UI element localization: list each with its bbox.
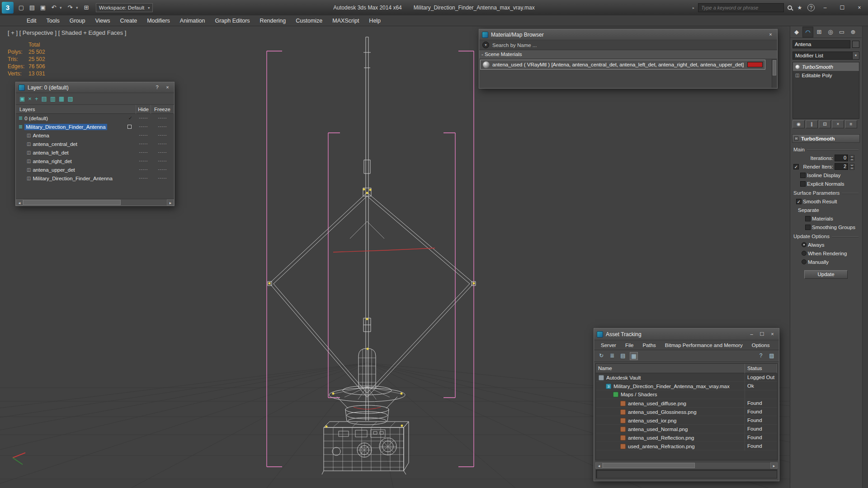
asset-row[interactable]: Maps / Shaders — [596, 390, 777, 399]
layer-row-selected[interactable]: ≣ Military_Direction_Finder_Antenna ----… — [16, 122, 174, 131]
remove-modifier-button[interactable]: × — [832, 120, 844, 128]
menu-modifiers[interactable]: Modifiers — [142, 15, 175, 26]
scene-materials-header[interactable]: - Scene Materials — [479, 50, 777, 59]
search-icon[interactable] — [788, 5, 792, 10]
favorites-star-icon[interactable]: ★ — [796, 5, 804, 11]
object-row[interactable]: ◫ antena_left_det ----- ----- — [16, 148, 174, 157]
object-row[interactable]: ◫ antena_right_det ----- ----- — [16, 157, 174, 165]
asset-minimize-button[interactable]: – — [748, 331, 755, 338]
tab-motion[interactable]: ◎ — [825, 27, 836, 38]
tab-utilities[interactable]: ⊕ — [848, 27, 859, 38]
menu-group[interactable]: Group — [65, 15, 90, 26]
smoothing-groups-checkbox[interactable] — [805, 225, 811, 230]
hide-toggle[interactable]: ----- — [136, 157, 151, 165]
asset-help-icon[interactable]: ? — [757, 352, 765, 360]
scroll-right-icon[interactable]: ▸ — [167, 199, 174, 206]
scroll-thumb[interactable] — [23, 200, 121, 205]
asset-row[interactable]: antena_used_Normal.png Found — [596, 425, 777, 433]
tab-modify[interactable]: ◠ — [802, 27, 813, 38]
asset-maximize-button[interactable]: ☐ — [758, 331, 766, 338]
object-row[interactable]: ◫ Military_Direction_Finder_Antenna ----… — [16, 174, 174, 183]
iterations-spinner[interactable]: ▴ ▾ — [849, 155, 854, 161]
add-to-layer-icon[interactable]: + — [35, 95, 38, 102]
asset-row[interactable]: antena_used_diffuse.png Found — [596, 399, 777, 408]
spin-down-icon[interactable]: ▾ — [849, 167, 854, 170]
layer-horizontal-scrollbar[interactable]: ◂ ▸ — [16, 199, 174, 206]
freeze-toggle[interactable]: ----- — [151, 157, 174, 165]
panel-scroll-strip[interactable] — [862, 26, 868, 488]
object-row[interactable]: ◫ Antena ----- ----- — [16, 131, 174, 140]
show-end-result-button[interactable]: ∥ — [806, 120, 818, 128]
menu-edit[interactable]: Edit — [22, 15, 42, 26]
material-browser-titlebar[interactable]: Material/Map Browser × — [479, 29, 777, 40]
asset-row[interactable]: antena_used_Reflection.png Found — [596, 433, 777, 442]
smooth-result-checkbox[interactable]: ✓ — [796, 199, 802, 204]
menu-file[interactable]: File — [621, 343, 638, 348]
menu-graph-editors[interactable]: Graph Editors — [210, 15, 255, 26]
menu-maxscript[interactable]: MAXScript — [327, 15, 364, 26]
menu-options[interactable]: Options — [748, 343, 774, 348]
scroll-thumb[interactable] — [773, 60, 776, 75]
make-unique-button[interactable]: ⊟ — [819, 120, 831, 128]
open-file-button[interactable]: ▤ — [27, 3, 37, 13]
menu-customize[interactable]: Customize — [291, 15, 327, 26]
asset-horizontal-scrollbar[interactable]: ◂ ▸ — [595, 462, 778, 469]
asset-settings-icon[interactable]: ▨ — [768, 352, 776, 360]
configure-modifier-sets-button[interactable]: ≡ — [845, 120, 857, 128]
scroll-thumb[interactable] — [603, 463, 695, 468]
object-row[interactable]: ◫ antena_upper_det ----- ----- — [16, 165, 174, 174]
pin-stack-button[interactable]: ◉ — [793, 120, 805, 128]
maximize-button[interactable]: ☐ — [835, 3, 849, 12]
freeze-toggle[interactable]: ----- — [151, 148, 174, 157]
save-file-button[interactable]: ▣ — [38, 3, 48, 13]
menu-bitmap-performance[interactable]: Bitmap Performance and Memory — [661, 343, 747, 348]
undo-button[interactable]: ↶ — [49, 3, 59, 13]
menu-paths[interactable]: Paths — [638, 343, 660, 348]
scroll-track[interactable] — [603, 462, 770, 469]
column-hide[interactable]: Hide — [136, 105, 151, 114]
freeze-toggle[interactable]: ----- — [151, 140, 174, 148]
list-view-icon[interactable]: ≣ — [608, 352, 616, 360]
workspace-selector[interactable]: Workspace: Default ▾ — [96, 3, 153, 12]
object-row[interactable]: ◫ antena_central_det ----- ----- — [16, 140, 174, 148]
spin-down-icon[interactable]: ▾ — [849, 158, 854, 161]
stack-item-editable-poly[interactable]: ◫ Editable Poly — [793, 71, 859, 80]
iterations-input[interactable]: 0 — [835, 155, 848, 161]
menu-server[interactable]: Server — [597, 343, 620, 348]
explicit-normals-checkbox[interactable] — [800, 181, 806, 187]
tab-display[interactable]: ▭ — [836, 27, 847, 38]
menu-create[interactable]: Create — [115, 15, 142, 26]
tab-create[interactable]: ◆ — [791, 27, 802, 38]
object-color-swatch[interactable] — [852, 41, 859, 48]
materials-checkbox[interactable] — [805, 216, 811, 221]
refresh-icon[interactable]: ↻ — [597, 352, 605, 360]
spin-up-icon[interactable]: ▴ — [849, 155, 854, 158]
freeze-toggle[interactable]: ----- — [151, 131, 174, 140]
minimize-button[interactable]: – — [818, 3, 832, 12]
hide-toggle[interactable]: ----- — [136, 122, 151, 131]
column-freeze[interactable]: Freeze — [151, 105, 174, 114]
freeze-toggle[interactable]: ----- — [151, 122, 174, 131]
search-scope-caret-icon[interactable]: ▸ — [693, 6, 694, 10]
column-status[interactable]: Status — [745, 364, 777, 373]
current-layer-radio[interactable] — [127, 125, 132, 129]
hide-toggle[interactable]: ----- — [136, 148, 151, 157]
menu-help[interactable]: Help — [364, 15, 386, 26]
update-button[interactable]: Update — [804, 270, 848, 279]
redo-button[interactable]: ↷ — [65, 3, 75, 13]
help-icon[interactable]: ? — [807, 4, 815, 11]
asset-row[interactable]: 3 Military_Direction_Finder_Antenna_max_… — [596, 382, 777, 390]
turbosmooth-rollout-header[interactable]: − TurboSmooth — [792, 134, 860, 143]
freeze-layer-icon[interactable]: ▧ — [67, 95, 73, 102]
highlight-layer-icon[interactable]: ▥ — [50, 95, 56, 102]
delete-layer-icon[interactable]: × — [28, 95, 32, 102]
search-input[interactable] — [698, 3, 784, 12]
hide-toggle[interactable]: ----- — [136, 165, 151, 174]
new-scene-button[interactable]: ▢ — [16, 3, 26, 13]
asset-close-button[interactable]: × — [769, 331, 776, 338]
modifier-list-dropdown[interactable]: Modifier List ▾ — [793, 52, 859, 60]
hide-toggle[interactable]: ----- — [136, 174, 151, 183]
freeze-toggle[interactable]: ----- — [151, 165, 174, 174]
material-search-input[interactable]: Search by Name ... — [492, 42, 537, 48]
menu-tools[interactable]: Tools — [42, 15, 65, 26]
